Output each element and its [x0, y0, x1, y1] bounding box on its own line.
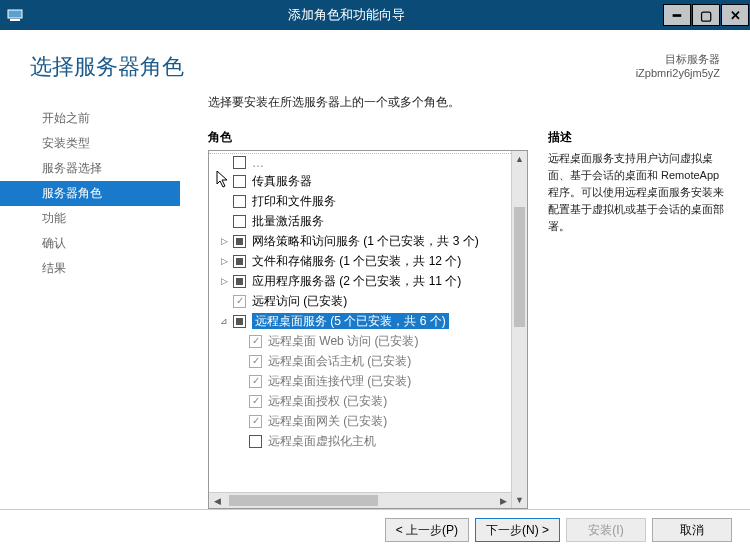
scroll-left-icon[interactable]: ◀	[209, 493, 225, 508]
svg-rect-0	[8, 10, 22, 18]
close-button[interactable]: ✕	[721, 4, 749, 26]
role-row-cutoff: …	[209, 153, 511, 171]
roles-listbox: …传真服务器打印和文件服务批量激活服务▷网络策略和访问服务 (1 个已安装，共 …	[208, 150, 528, 509]
role-row[interactable]: 远程桌面网关 (已安装)	[209, 411, 511, 431]
role-checkbox[interactable]	[233, 175, 246, 188]
target-server-value: iZpbmri2y6jm5yZ	[636, 67, 720, 79]
role-label: 打印和文件服务	[252, 193, 511, 210]
vertical-scroll-thumb[interactable]	[514, 207, 525, 327]
role-row[interactable]: ▷应用程序服务器 (2 个已安装，共 11 个)	[209, 271, 511, 291]
cancel-button[interactable]: 取消	[652, 518, 732, 542]
sidebar-item-1[interactable]: 安装类型	[0, 131, 180, 156]
role-checkbox[interactable]	[233, 255, 246, 268]
role-checkbox[interactable]	[233, 295, 246, 308]
sidebar-item-6[interactable]: 结果	[0, 256, 180, 281]
main-panel: 选择要安装在所选服务器上的一个或多个角色。 角色 描述 …传真服务器打印和文件服…	[180, 94, 730, 509]
role-label: 远程桌面会话主机 (已安装)	[268, 353, 511, 370]
role-label: 批量激活服务	[252, 213, 511, 230]
window-title: 添加角色和功能向导	[30, 6, 663, 24]
role-label: 传真服务器	[252, 173, 511, 190]
instruction-text: 选择要安装在所选服务器上的一个或多个角色。	[208, 94, 730, 111]
role-row[interactable]: 远程桌面会话主机 (已安装)	[209, 351, 511, 371]
role-checkbox[interactable]	[249, 415, 262, 428]
role-label: 远程桌面虚拟化主机	[268, 433, 511, 450]
role-row[interactable]: 远程桌面连接代理 (已安装)	[209, 371, 511, 391]
tree-expander-icon[interactable]: ▷	[219, 256, 229, 266]
role-row[interactable]: ▷网络策略和访问服务 (1 个已安装，共 3 个)	[209, 231, 511, 251]
role-checkbox[interactable]	[233, 215, 246, 228]
role-checkbox[interactable]	[249, 335, 262, 348]
role-label: 远程桌面网关 (已安装)	[268, 413, 511, 430]
role-label: 远程桌面授权 (已安装)	[268, 393, 511, 410]
checkbox	[233, 156, 246, 169]
role-checkbox[interactable]	[233, 275, 246, 288]
role-checkbox[interactable]	[249, 355, 262, 368]
sidebar-item-2[interactable]: 服务器选择	[0, 156, 180, 181]
role-row[interactable]: 打印和文件服务	[209, 191, 511, 211]
role-row[interactable]: 传真服务器	[209, 171, 511, 191]
sidebar-item-4[interactable]: 功能	[0, 206, 180, 231]
tree-expander-icon[interactable]: ⊿	[219, 316, 229, 326]
wizard-footer: < 上一步(P) 下一步(N) > 安装(I) 取消	[0, 509, 750, 552]
role-row[interactable]: 远程桌面授权 (已安装)	[209, 391, 511, 411]
page-title: 选择服务器角色	[30, 52, 184, 82]
horizontal-scrollbar[interactable]: ◀ ▶	[209, 492, 511, 508]
tree-expander-icon[interactable]: ▷	[219, 276, 229, 286]
window-titlebar: 添加角色和功能向导 ━ ▢ ✕	[0, 0, 750, 30]
role-label: 远程桌面服务 (5 个已安装，共 6 个)	[252, 313, 511, 330]
install-button[interactable]: 安装(I)	[566, 518, 646, 542]
description-column-header: 描述	[548, 129, 730, 146]
role-row[interactable]: 远程访问 (已安装)	[209, 291, 511, 311]
scroll-right-icon[interactable]: ▶	[495, 493, 511, 508]
sidebar-item-3[interactable]: 服务器角色	[0, 181, 180, 206]
role-label: 远程桌面 Web 访问 (已安装)	[268, 333, 511, 350]
sidebar-item-5[interactable]: 确认	[0, 231, 180, 256]
role-checkbox[interactable]	[249, 435, 262, 448]
window-controls: ━ ▢ ✕	[663, 4, 750, 26]
content-area: 选择服务器角色 目标服务器 iZpbmri2y6jm5yZ 开始之前安装类型服务…	[0, 30, 750, 552]
role-row[interactable]: ⊿远程桌面服务 (5 个已安装，共 6 个)	[209, 311, 511, 331]
minimize-button[interactable]: ━	[663, 4, 691, 26]
role-row[interactable]: ▷文件和存储服务 (1 个已安装，共 12 个)	[209, 251, 511, 271]
role-label: 应用程序服务器 (2 个已安装，共 11 个)	[252, 273, 511, 290]
tree-expander-icon[interactable]: ▷	[219, 236, 229, 246]
page-header: 选择服务器角色 目标服务器 iZpbmri2y6jm5yZ	[0, 30, 750, 94]
roles-column-header: 角色	[208, 129, 528, 146]
scroll-up-icon[interactable]: ▲	[512, 151, 527, 167]
next-button[interactable]: 下一步(N) >	[475, 518, 560, 542]
role-label: 远程访问 (已安装)	[252, 293, 511, 310]
description-panel: 远程桌面服务支持用户访问虚拟桌面、基于会话的桌面和 RemoteApp 程序。可…	[548, 150, 730, 509]
role-checkbox[interactable]	[249, 395, 262, 408]
role-label: 文件和存储服务 (1 个已安装，共 12 个)	[252, 253, 511, 270]
target-server-label: 目标服务器	[636, 52, 720, 67]
vertical-scrollbar[interactable]: ▲ ▼	[511, 151, 527, 508]
role-row[interactable]: 远程桌面 Web 访问 (已安装)	[209, 331, 511, 351]
role-row[interactable]: 批量激活服务	[209, 211, 511, 231]
window-icon	[0, 0, 30, 30]
horizontal-scroll-thumb[interactable]	[229, 495, 378, 506]
role-label: 网络策略和访问服务 (1 个已安装，共 3 个)	[252, 233, 511, 250]
wizard-sidebar: 开始之前安装类型服务器选择服务器角色功能确认结果	[0, 94, 180, 509]
scroll-down-icon[interactable]: ▼	[512, 492, 527, 508]
target-server-info: 目标服务器 iZpbmri2y6jm5yZ	[636, 52, 720, 82]
role-checkbox[interactable]	[249, 375, 262, 388]
role-label: 远程桌面连接代理 (已安装)	[268, 373, 511, 390]
role-row[interactable]: 远程桌面虚拟化主机	[209, 431, 511, 451]
role-checkbox[interactable]	[233, 195, 246, 208]
previous-button[interactable]: < 上一步(P)	[385, 518, 469, 542]
sidebar-item-0[interactable]: 开始之前	[0, 106, 180, 131]
maximize-button[interactable]: ▢	[692, 4, 720, 26]
role-checkbox[interactable]	[233, 315, 246, 328]
svg-rect-1	[10, 19, 20, 21]
role-checkbox[interactable]	[233, 235, 246, 248]
roles-scroll-area[interactable]: …传真服务器打印和文件服务批量激活服务▷网络策略和访问服务 (1 个已安装，共 …	[209, 151, 511, 508]
